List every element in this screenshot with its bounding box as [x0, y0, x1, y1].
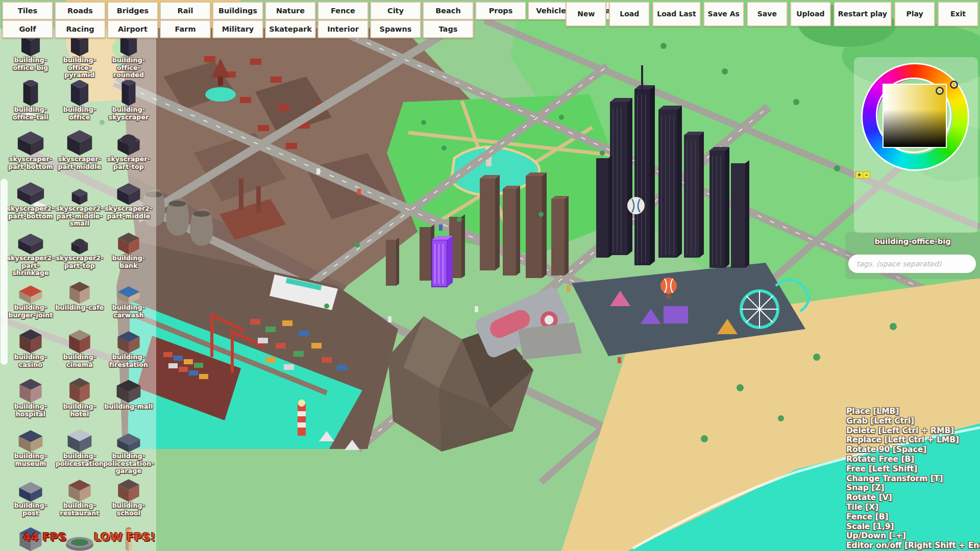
tab-interior[interactable]: Interior [317, 20, 369, 38]
palette-label-line: garage [103, 467, 154, 475]
palette-thumbnail-building-restaurant [58, 476, 102, 504]
palette-label: building-bank [104, 255, 153, 269]
tab-golf[interactable]: Golf [2, 20, 53, 38]
tab-buildings[interactable]: Buildings [212, 2, 263, 20]
palette-label-line: part-middle [58, 163, 102, 171]
palette-label: building-cinema [63, 354, 96, 368]
tab-props[interactable]: Props [475, 2, 526, 20]
palette-item-skyscraper2-part-top[interactable]: skyscraper2-part-top [55, 229, 104, 278]
palette-thumbnail-skyscraper2-part-middle [107, 179, 151, 207]
palette-item-building-hotel[interactable]: building-hotel [55, 377, 104, 427]
palette-label-line: small [56, 220, 103, 228]
palette-item-building-carwash[interactable]: building-carwash [104, 278, 153, 328]
palette-label-line: part-bottom [8, 163, 53, 171]
tab-tags[interactable]: Tags [423, 20, 474, 38]
palette-item-skyscraper2-part-bottom[interactable]: skyscraper2-part-bottom [6, 179, 55, 229]
action-load-last[interactable]: Load Last [652, 2, 700, 27]
palette-item-building-post[interactable]: building-post [6, 476, 55, 525]
keybind-line: Fence [B] [846, 512, 980, 522]
palette-item-skyscraper-part-top[interactable]: skyscraper-part-top [104, 130, 153, 179]
action-save[interactable]: Save [747, 2, 788, 27]
palette-item-building-cinema[interactable]: building-cinema [55, 328, 104, 377]
palette-label: building-office-tall [13, 106, 48, 121]
palette-label: building-policestation-garage [103, 453, 154, 475]
palette-thumbnail-building-policestation [58, 427, 102, 454]
palette-item-building-policestation[interactable]: building-policestation [55, 427, 104, 476]
keybind-line: Snap [Z] [846, 483, 980, 493]
palette-item-building-burger-joint[interactable]: building-burger-joint [6, 278, 55, 328]
tab-roads[interactable]: Roads [55, 2, 106, 20]
color-plus-button[interactable]: + [855, 171, 863, 179]
palette-label-line: cinema [63, 361, 96, 369]
palette-thumbnail-building-skyscraper [107, 80, 151, 108]
palette-item-skyscraper2-part-middle-small[interactable]: skyscraper2-part-middle-small [55, 179, 104, 229]
palette-label-line: skyscraper2- [56, 255, 103, 262]
palette-item-building-cafe[interactable]: building-cafe [55, 278, 104, 328]
palette-item-building-mall[interactable]: building-mall [104, 377, 153, 427]
tab-military[interactable]: Military [212, 20, 263, 38]
fps-warning: LOW FPS! [94, 531, 156, 543]
palette-item-building-museum[interactable]: building-museum [6, 427, 55, 476]
palette-label-line: skyscraper2- [56, 205, 103, 213]
palette-label-line: skyscraper- [107, 156, 150, 163]
palette-thumbnail-building-cafe [58, 278, 102, 306]
palette-item-building-office[interactable]: building-office [55, 80, 104, 130]
keybind-line: Replace [Left Ctrl + LMB] [846, 435, 980, 445]
saturation-value-handle[interactable] [936, 87, 944, 95]
action-exit[interactable]: Exit [938, 2, 978, 27]
palette-item-building-school[interactable]: building-school [104, 476, 153, 525]
palette-item-building-casino[interactable]: building-casino [6, 328, 55, 377]
palette-label-line: building- [8, 304, 53, 312]
palette-item-skyscraper-part-middle[interactable]: skyscraper-part-middle [55, 130, 104, 179]
action-load[interactable]: Load [609, 2, 650, 27]
tab-farm[interactable]: Farm [160, 20, 211, 38]
tab-city[interactable]: City [370, 2, 421, 20]
palette-label: building-carwash [112, 304, 145, 319]
tab-bridges[interactable]: Bridges [107, 2, 158, 20]
tags-input[interactable] [848, 255, 976, 273]
tab-beach[interactable]: Beach [423, 2, 474, 20]
tab-fence[interactable]: Fence [317, 2, 369, 20]
tab-skatepark[interactable]: Skatepark [265, 20, 316, 38]
palette-item-building-policestation-garage[interactable]: building-policestation-garage [104, 427, 153, 476]
tab-racing[interactable]: Racing [55, 20, 106, 38]
action-upload[interactable]: Upload [790, 2, 831, 27]
palette-item-building-firestation[interactable]: building-firestation [104, 328, 153, 377]
palette-label-line: restaurant [60, 510, 100, 517]
palette-label: building-mall [104, 403, 153, 411]
palette-item-building-skyscraper[interactable]: building-skyscraper [104, 80, 153, 130]
palette-label-line: building- [60, 502, 100, 510]
keybind-line: Delete [Left Ctrl + RMB] [846, 426, 980, 436]
hue-handle[interactable] [950, 81, 958, 89]
palette-thumbnail-skyscraper2-part-bottom [9, 179, 53, 207]
palette-item-building-hospital[interactable]: building-hospital [6, 377, 55, 427]
palette-label-line: policestation [56, 460, 104, 468]
action-play[interactable]: Play [894, 2, 935, 27]
palette-label-line: building- [109, 106, 149, 114]
palette-scrollbar[interactable] [1, 179, 8, 365]
action-save-as[interactable]: Save As [703, 2, 744, 27]
tab-nature[interactable]: Nature [265, 2, 316, 20]
color-minus-button[interactable]: - [863, 171, 870, 179]
palette-thumbnail-skyscraper-part-top [107, 130, 151, 157]
tab-spawns[interactable]: Spawns [370, 20, 421, 38]
palette-item-skyscraper2-part-shrinkage[interactable]: skyscraper2-part-shrinkage [6, 229, 55, 278]
palette-label-line: skyscraper- [58, 156, 102, 163]
palette-item-skyscraper-part-bottom[interactable]: skyscraper-part-bottom [6, 130, 55, 179]
palette-item-skyscraper2-part-middle[interactable]: skyscraper2-part-middle [104, 179, 153, 229]
tab-tiles[interactable]: Tiles [2, 2, 53, 20]
palette-item-building-bank[interactable]: building-bank [104, 229, 153, 278]
palette-label: building-office [55, 106, 104, 121]
palette-label-line: policestation- [103, 460, 154, 468]
palette-item-building-office-tall[interactable]: building-office-tall [6, 80, 55, 130]
keybind-line: Tile [X] [846, 503, 980, 512]
palette-label-line: building- [112, 304, 145, 312]
palette-thumbnail-building-firestation [107, 328, 151, 355]
palette-label-line: school [112, 510, 145, 517]
tab-airport[interactable]: Airport [107, 20, 158, 38]
tab-rail[interactable]: Rail [160, 2, 211, 20]
action-new[interactable]: New [566, 2, 606, 27]
action-restart-play[interactable]: Restart play [834, 2, 892, 27]
palette-item-building-restaurant[interactable]: building-restaurant [55, 476, 104, 525]
palette-label: building-firestation [109, 354, 148, 368]
